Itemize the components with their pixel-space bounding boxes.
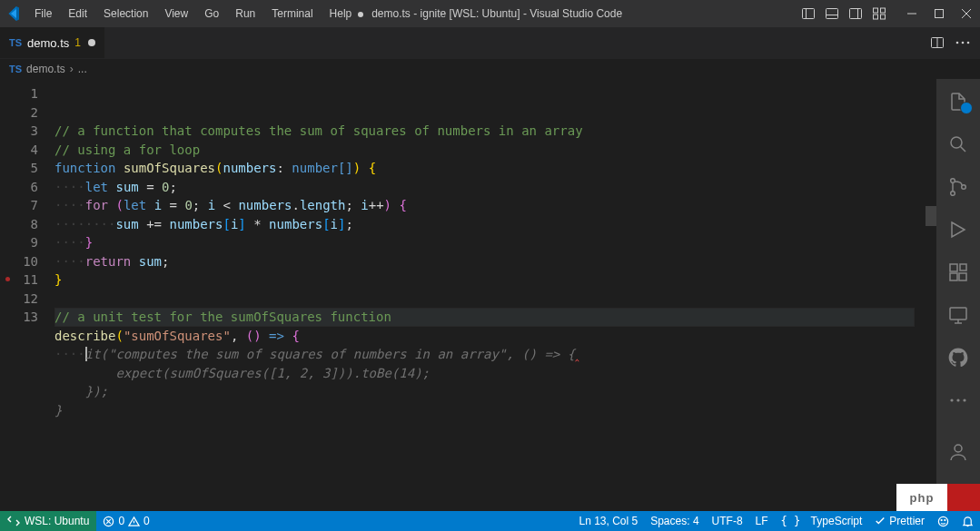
svg-point-32	[956, 398, 959, 401]
svg-point-33	[963, 398, 965, 401]
prettier-status[interactable]: Prettier	[868, 511, 931, 531]
svg-point-17	[962, 42, 965, 44]
source-control-activity-icon[interactable]	[936, 170, 980, 203]
remote-label: WSL: Ubuntu	[25, 515, 89, 527]
php-watermark-text: php	[896, 484, 947, 511]
menu-help[interactable]: Help	[322, 4, 360, 24]
eol-status[interactable]: LF	[749, 511, 775, 531]
menu-run[interactable]: Run	[228, 4, 262, 24]
code-comment: // a unit test for the sumOfSquares func…	[54, 310, 391, 324]
tab-actions	[920, 27, 980, 58]
svg-rect-11	[935, 10, 944, 18]
svg-point-18	[967, 42, 970, 44]
svg-point-16	[956, 42, 959, 44]
remote-indicator[interactable]: WSL: Ubuntu	[0, 511, 96, 531]
menu-view[interactable]: View	[157, 4, 195, 24]
svg-rect-25	[950, 273, 957, 280]
language-mode-status[interactable]: { } TypeScript	[775, 511, 869, 531]
breadcrumb-more[interactable]: ...	[78, 63, 87, 75]
remote-explorer-activity-icon[interactable]	[936, 298, 980, 331]
svg-rect-7	[881, 8, 886, 13]
menu-edit[interactable]: Edit	[61, 4, 94, 24]
svg-rect-6	[874, 8, 878, 13]
svg-point-23	[962, 184, 966, 189]
svg-rect-0	[803, 9, 815, 19]
status-bar: WSL: Ubuntu 0 0 Ln 13, Col 5 Spaces: 4 U…	[0, 511, 980, 531]
search-activity-icon[interactable]	[936, 127, 980, 161]
breakpoint-icon[interactable]	[5, 277, 10, 281]
more-activity-icon[interactable]	[936, 383, 980, 417]
menu-terminal[interactable]: Terminal	[264, 4, 320, 24]
title-app: Visual Studio Code	[530, 7, 622, 20]
typescript-file-icon: TS	[9, 64, 22, 74]
explorer-activity-icon[interactable]	[936, 84, 980, 118]
svg-line-20	[961, 146, 966, 152]
svg-rect-26	[959, 273, 966, 280]
window-minimize-icon[interactable]	[904, 5, 920, 22]
tab-more-icon[interactable]	[955, 34, 971, 51]
breadcrumb-file[interactable]: demo.ts	[26, 63, 65, 75]
editor[interactable]: 12345678910111213 // a function that com…	[0, 79, 936, 511]
notification-badge-icon	[960, 102, 973, 114]
accounts-activity-icon[interactable]	[936, 435, 980, 468]
activity-bar	[936, 79, 980, 511]
workbench-main: 12345678910111213 // a function that com…	[0, 79, 980, 511]
tab-label: demo.ts	[27, 36, 69, 50]
ghost-text: }	[54, 403, 62, 418]
svg-point-41	[941, 519, 942, 520]
window-maximize-icon[interactable]	[931, 5, 947, 22]
menu-selection[interactable]: Selection	[96, 4, 155, 24]
minimap-thumb[interactable]	[926, 206, 936, 226]
chevron-right-icon: ›	[70, 63, 74, 75]
toggle-bottom-panel-icon[interactable]	[824, 5, 840, 22]
svg-rect-2	[827, 9, 838, 19]
menu-go[interactable]: Go	[197, 4, 226, 24]
code-comment: // using a for loop	[54, 143, 200, 157]
minimap[interactable]	[926, 79, 936, 511]
customize-layout-icon[interactable]	[871, 5, 887, 22]
editor-tab-demo[interactable]: TS demo.ts 1	[0, 27, 105, 58]
feedback-status[interactable]	[931, 511, 955, 531]
split-editor-icon[interactable]	[929, 34, 945, 51]
svg-point-42	[945, 519, 945, 520]
svg-rect-28	[950, 308, 966, 320]
vscode-logo-icon	[5, 6, 20, 21]
code-comment: // a function that computes the sum of s…	[54, 123, 583, 138]
svg-point-19	[951, 137, 962, 148]
warnings-count: 0	[144, 515, 150, 527]
ghost-text: });	[54, 384, 108, 398]
svg-rect-27	[960, 264, 966, 270]
php-watermark-red	[947, 484, 980, 511]
tab-problems-badge: 1	[74, 36, 81, 49]
problems-status[interactable]: 0 0	[96, 511, 155, 531]
toggle-secondary-panel-icon[interactable]	[847, 5, 864, 22]
php-watermark: php	[896, 484, 980, 511]
encoding-status[interactable]: UTF-8	[706, 511, 749, 531]
menu-file[interactable]: File	[27, 4, 59, 24]
svg-point-34	[955, 445, 962, 452]
svg-rect-9	[881, 15, 886, 19]
window-close-icon[interactable]	[958, 5, 975, 22]
svg-rect-24	[950, 264, 957, 271]
notifications-status[interactable]	[955, 511, 980, 531]
svg-rect-4	[850, 9, 862, 19]
line-number-gutter[interactable]: 12345678910111213	[0, 79, 54, 511]
indentation-status[interactable]: Spaces: 4	[644, 511, 705, 531]
ghost-text: expect(sumOfSquares([1, 2, 3])).toBe(14)…	[54, 366, 430, 380]
run-debug-activity-icon[interactable]	[936, 212, 980, 246]
code-area[interactable]: // a function that computes the sum of s…	[54, 79, 926, 511]
svg-rect-8	[874, 15, 878, 19]
typescript-file-icon: TS	[9, 37, 22, 48]
ghost-text: it("computes the sum of squares of numbe…	[85, 347, 575, 361]
breadcrumb[interactable]: TS demo.ts › ...	[0, 59, 980, 79]
tab-dirty-icon	[88, 39, 95, 46]
svg-point-31	[950, 398, 953, 401]
github-activity-icon[interactable]	[936, 340, 980, 374]
svg-point-21	[951, 178, 955, 182]
cursor-position-status[interactable]: Ln 13, Col 5	[572, 511, 644, 531]
title-filename: demo.ts	[371, 7, 411, 20]
editor-tab-bar: TS demo.ts 1	[0, 27, 980, 59]
title-bar: File Edit Selection View Go Run Terminal…	[0, 0, 980, 27]
toggle-primary-panel-icon[interactable]	[800, 5, 817, 22]
extensions-activity-icon[interactable]	[936, 255, 980, 289]
